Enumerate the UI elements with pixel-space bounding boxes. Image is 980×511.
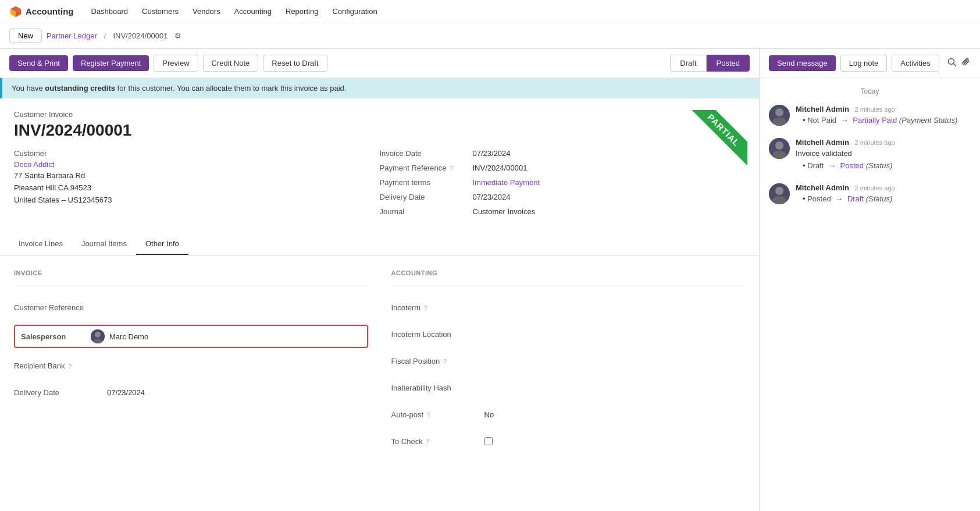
customer-name[interactable]: Deco Addict <box>14 160 368 169</box>
payment-ref-label: Payment Reference ? <box>380 164 473 172</box>
invoice-date-label: Invoice Date <box>380 149 473 158</box>
delivery-date-label: Delivery Date <box>380 193 473 201</box>
to-check-help-icon: ? <box>426 438 429 445</box>
customer-addr1: 77 Santa Barbara Rd <box>14 170 368 182</box>
nav-vendors[interactable]: Vendors <box>187 5 226 18</box>
send-message-button[interactable]: Send message <box>769 55 836 71</box>
accounting-section-header: ACCOUNTING <box>391 269 746 276</box>
credit-note-button[interactable]: Credit Note <box>203 55 259 72</box>
auto-post-value: No <box>484 410 494 419</box>
invoice-section-header: INVOICE <box>14 269 368 276</box>
customer-label: Customer <box>14 149 368 158</box>
preview-button[interactable]: Preview <box>154 55 198 72</box>
delivery-date-value: 07/23/2024 <box>473 193 511 201</box>
chatter-message-3: • Posted → Draft (Status) <box>803 193 971 205</box>
fiscal-position-label: Fiscal Position ? <box>391 357 484 365</box>
chatter-avatar-1 <box>769 105 790 126</box>
customer-reference-label: Customer Reference <box>14 303 107 312</box>
invoice-content: PARTIAL Customer Invoice INV/2024/00001 … <box>0 98 759 233</box>
auto-post-help-icon: ? <box>427 411 430 418</box>
attachment-icon <box>961 58 971 67</box>
avatar-svg-1 <box>769 105 790 126</box>
chatter-entry-3: Mitchell Admin 2 minutes ago • Posted → … <box>769 183 971 205</box>
status-draft-button[interactable]: Draft <box>670 55 706 72</box>
action-bar: Send & Print Register Payment Preview Cr… <box>0 49 759 78</box>
nav-configuration[interactable]: Configuration <box>326 5 383 18</box>
payment-ref-help-icon: ? <box>450 165 453 172</box>
invoice-section-divider <box>14 286 368 286</box>
chatter-body-text-1: Mitchell Admin 2 minutes ago • Not Paid … <box>796 105 971 126</box>
field-recipient-bank: Recipient Bank ? <box>14 356 368 375</box>
breadcrumb-partner-ledger[interactable]: Partner Ledger <box>47 31 97 40</box>
sub-header: New Partner Ledger / INV/2024/00001 ⚙ <box>0 23 980 49</box>
reset-to-draft-button[interactable]: Reset to Draft <box>263 55 327 72</box>
journal-label: Journal <box>380 207 473 216</box>
svg-point-4 <box>95 332 101 338</box>
svg-line-7 <box>954 63 957 66</box>
left-panel: Send & Print Register Payment Preview Cr… <box>0 49 759 511</box>
gear-icon[interactable]: ⚙ <box>174 31 181 40</box>
field-invoice-date: Invoice Date 07/23/2024 <box>380 149 746 158</box>
chatter-avatar-3 <box>769 183 790 204</box>
svg-point-12 <box>775 141 783 150</box>
attachment-icon-button[interactable] <box>961 58 971 69</box>
nav-reporting[interactable]: Reporting <box>280 5 324 18</box>
to-check-checkbox[interactable] <box>484 437 493 445</box>
invoice-date-value: 07/23/2024 <box>473 149 511 158</box>
field-payment-terms: Payment terms Immediate Payment <box>380 178 746 187</box>
chatter-author-3: Mitchell Admin <box>796 183 849 192</box>
activities-button[interactable]: Activities <box>892 55 939 72</box>
invoice-section: INVOICE Customer Reference Salesperson <box>14 269 368 459</box>
tabs: Invoice Lines Journal Items Other Info <box>0 233 759 256</box>
chatter-time-2: 2 minutes ago <box>855 139 895 146</box>
register-payment-button[interactable]: Register Payment <box>73 55 149 71</box>
other-delivery-date-label: Delivery Date <box>14 388 107 397</box>
status-buttons: Draft Posted <box>670 55 750 72</box>
customer-addr3: United States – US12345673 <box>14 194 368 207</box>
chatter-message-1: • Not Paid → Partially Paid (Payment Sta… <box>803 115 971 126</box>
log-note-button[interactable]: Log note <box>840 55 888 72</box>
send-print-button[interactable]: Send & Print <box>9 55 68 71</box>
chatter-author-2: Mitchell Admin <box>796 138 849 147</box>
chatter-icons <box>947 58 971 69</box>
chatter-avatar-2 <box>769 138 790 159</box>
tab-other-info[interactable]: Other Info <box>136 233 188 255</box>
breadcrumb-current: INV/2024/00001 <box>113 31 168 40</box>
field-incoterm: Incoterm ? <box>391 298 746 317</box>
invoice-right-fields: Invoice Date 07/23/2024 Payment Referenc… <box>380 149 746 222</box>
auto-post-label: Auto-post ? <box>391 410 484 419</box>
salesperson-highlighted-row: Salesperson Marc Demo <box>14 325 368 348</box>
tab-invoice-lines[interactable]: Invoice Lines <box>9 233 72 255</box>
chatter-date-header: Today <box>769 87 971 95</box>
alert-banner: You have outstanding credits for this cu… <box>0 78 759 98</box>
app-name: Accounting <box>26 6 74 16</box>
field-fiscal-position: Fiscal Position ? <box>391 352 746 370</box>
chatter-body-text-3: Mitchell Admin 2 minutes ago • Posted → … <box>796 183 971 205</box>
customer-addr2: Pleasant Hill CA 94523 <box>14 182 368 194</box>
fiscal-position-help-icon: ? <box>443 358 447 365</box>
payment-terms-value[interactable]: Immediate Payment <box>473 178 540 187</box>
payment-terms-label: Payment terms <box>380 178 473 187</box>
nav-customers[interactable]: Customers <box>136 5 184 18</box>
alert-text-bold: outstanding credits <box>45 84 115 93</box>
chatter-body: Today Mitchell Admin 2 minutes ago <box>760 78 980 511</box>
invoice-grid: Customer Deco Addict 77 Santa Barbara Rd… <box>14 149 745 222</box>
svg-point-9 <box>775 108 783 116</box>
alert-text-after: for this customer. You can allocate them… <box>115 84 346 93</box>
customer-address: 77 Santa Barbara Rd Pleasant Hill CA 945… <box>14 170 368 206</box>
svg-point-6 <box>949 58 954 64</box>
alert-text-before: You have <box>12 84 45 93</box>
customer-info: Customer Deco Addict 77 Santa Barbara Rd… <box>14 149 380 222</box>
field-to-check: To Check ? <box>391 432 746 450</box>
svg-point-15 <box>775 187 783 195</box>
field-journal: Journal Customer Invoices <box>380 207 746 216</box>
status-posted-button[interactable]: Posted <box>707 55 750 72</box>
tab-journal-items[interactable]: Journal Items <box>72 233 136 255</box>
new-button[interactable]: New <box>9 29 42 43</box>
nav-accounting[interactable]: Accounting <box>229 5 277 18</box>
nav-dashboard[interactable]: Dashboard <box>85 5 134 18</box>
chatter-entry-2: Mitchell Admin 2 minutes ago Invoice val… <box>769 138 971 172</box>
search-icon-button[interactable] <box>947 58 957 69</box>
tab-content-other-info: INVOICE Customer Reference Salesperson <box>0 256 759 473</box>
app-logo-icon <box>9 5 22 18</box>
